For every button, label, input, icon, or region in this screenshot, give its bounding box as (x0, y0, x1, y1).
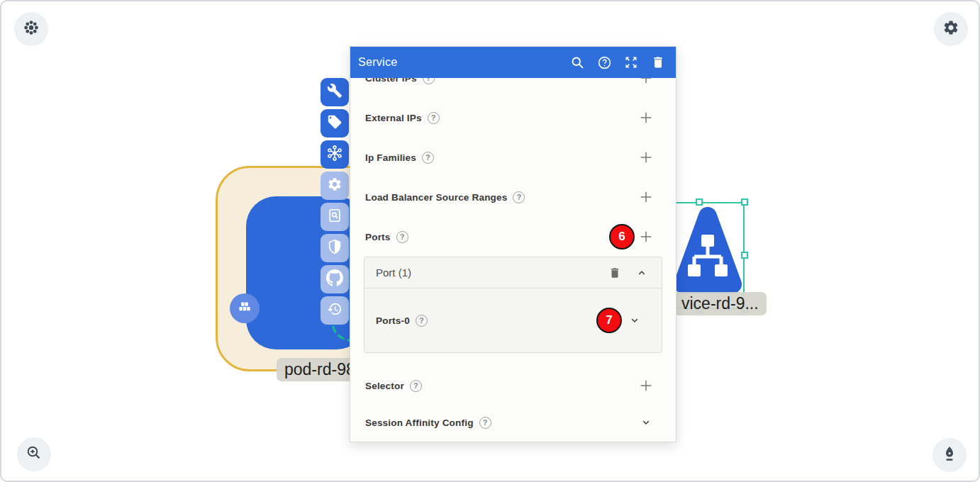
add-button[interactable] (637, 377, 655, 394)
cluster-wheel-icon (23, 19, 40, 39)
tool-inspect-button[interactable] (321, 203, 349, 231)
containers-badge[interactable] (230, 293, 260, 323)
field-row-session-affinity: Session Affinity Config ? (350, 404, 676, 441)
pen-tool-button[interactable] (932, 438, 967, 472)
tool-wrench-button[interactable] (321, 78, 349, 106)
gear-icon (327, 176, 343, 195)
service-triangle-icon (672, 201, 743, 301)
app-canvas: pod-rd-98... vice-rd-9... (0, 0, 980, 482)
field-label: Ip Families (365, 152, 416, 163)
tool-github-button[interactable] (321, 265, 349, 293)
field-row-ports: Ports ? 6 (350, 217, 676, 257)
help-icon[interactable] (596, 55, 612, 70)
main-menu-button[interactable] (14, 12, 48, 46)
hub-icon (326, 145, 343, 164)
modal-body[interactable]: Cluster IPs ? External IPs ? Ip Families… (350, 78, 676, 442)
service-node[interactable] (672, 201, 743, 304)
tutorial-step-badge: 6 (609, 224, 635, 250)
add-port-button[interactable] (637, 228, 655, 245)
port-item-label: Ports-0 (376, 315, 410, 326)
help-circle-icon[interactable]: ? (423, 78, 435, 84)
chevron-down-icon[interactable] (626, 312, 643, 329)
field-row-ip-families: Ip Families ? (350, 138, 676, 177)
help-circle-icon[interactable]: ? (410, 380, 422, 392)
field-label: Selector (365, 381, 404, 391)
tool-security-button[interactable] (321, 234, 349, 262)
github-icon (326, 269, 343, 289)
chevron-up-icon[interactable] (633, 264, 650, 281)
port-group-title: Port (1) (376, 267, 411, 279)
port-group-panel: Port (1) Ports-0 ? 7 (364, 257, 662, 353)
node-toolbar (321, 78, 349, 327)
help-circle-icon[interactable]: ? (422, 152, 434, 164)
tag-icon (327, 114, 343, 133)
help-circle-icon[interactable]: ? (513, 191, 525, 203)
search-icon[interactable] (569, 55, 585, 70)
add-button[interactable] (637, 149, 655, 166)
delete-port-button[interactable] (606, 264, 623, 281)
field-label: External IPs (365, 113, 422, 123)
modal-header[interactable]: Service (350, 47, 676, 78)
help-circle-icon[interactable]: ? (416, 315, 428, 327)
settings-button[interactable] (934, 12, 968, 46)
tutorial-step-badge: 7 (596, 308, 622, 333)
port-group-header[interactable]: Port (1) (364, 257, 662, 288)
field-row-cluster-ips: Cluster IPs ? (350, 78, 676, 98)
add-button[interactable] (637, 189, 655, 206)
service-node-label[interactable]: vice-rd-9... (674, 292, 767, 315)
zoom-button[interactable] (17, 437, 51, 471)
pen-nib-icon (941, 445, 958, 465)
help-circle-icon[interactable]: ? (428, 112, 440, 124)
add-button[interactable] (637, 109, 655, 126)
zoom-in-icon (26, 444, 43, 464)
field-label: Cluster IPs (365, 78, 417, 84)
chevron-down-icon[interactable] (637, 414, 655, 431)
shield-icon (327, 239, 343, 257)
field-label: Load Balancer Source Ranges (365, 192, 507, 203)
field-row-selector: Selector ? (350, 367, 676, 404)
wrench-icon (327, 83, 343, 101)
port-item-row: Ports-0 ? 7 (364, 288, 662, 352)
history-icon (327, 301, 343, 320)
field-label: Ports (365, 232, 391, 242)
help-circle-icon[interactable]: ? (479, 417, 491, 429)
tool-history-button[interactable] (321, 296, 349, 325)
expand-icon[interactable] (623, 55, 639, 70)
delete-icon[interactable] (650, 55, 666, 70)
containers-icon (237, 299, 252, 318)
add-button[interactable] (637, 78, 655, 86)
modal-title: Service (358, 56, 397, 69)
gear-icon (942, 19, 959, 39)
doc-search-icon (327, 208, 343, 226)
field-label: Session Affinity Config (365, 417, 474, 428)
field-row-lb-source-ranges: Load Balancer Source Ranges ? (350, 177, 676, 217)
tool-labels-button[interactable] (321, 109, 349, 138)
field-row-external-ips: External IPs ? (350, 98, 676, 138)
tool-hub-button[interactable] (321, 140, 349, 169)
service-editor-modal: Service Clus (350, 46, 676, 442)
help-circle-icon[interactable]: ? (396, 231, 408, 243)
tool-settings-button[interactable] (321, 172, 349, 200)
